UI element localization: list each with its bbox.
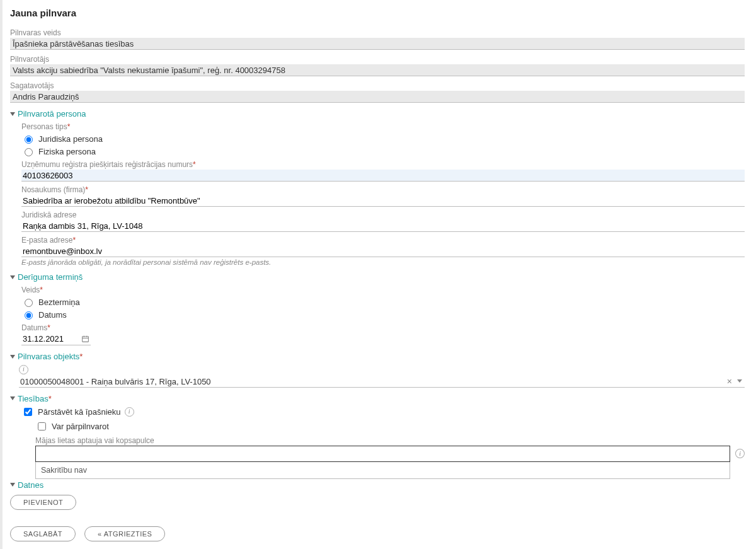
- info-icon[interactable]: i: [19, 365, 28, 374]
- pilnvarotajs-value: Valsts akciju sabiedrība "Valsts nekusta…: [10, 64, 745, 76]
- section-persona-title: Pilnvarotā persona: [18, 109, 86, 118]
- clear-icon[interactable]: ×: [724, 376, 735, 386]
- radio-datums-label: Datums: [38, 310, 67, 320]
- pilnvaras-veids-value: Īpašnieka pārstāvēšanas tiesības: [10, 38, 745, 50]
- svg-rect-0: [82, 337, 88, 342]
- epasts-hint: E-pasts jānorāda obligāti, ja norādītai …: [21, 258, 745, 266]
- section-objekts-title: Pilnvaras objekts: [18, 352, 79, 361]
- check-parpilnvarot[interactable]: Var pārpilnvarot: [35, 420, 745, 432]
- regnr-label: Uzņēmumu reģistra piešķirtais reģistrāci…: [21, 160, 193, 169]
- section-tiesibas-header[interactable]: Tiesības*: [10, 394, 745, 403]
- radio-fiziska-label: Fiziska persona: [38, 147, 96, 156]
- radio-juridiska-label: Juridiska persona: [38, 134, 103, 144]
- chevron-down-icon: [10, 112, 15, 116]
- section-objekts-header[interactable]: Pilnvaras objekts*: [10, 352, 745, 361]
- datums-input[interactable]: [23, 333, 81, 345]
- epasts-input[interactable]: [21, 245, 745, 257]
- back-button[interactable]: « Atgriezties: [84, 526, 165, 541]
- radio-fiziska-input[interactable]: [25, 148, 33, 156]
- section-termins-title: Derīguma termiņš: [18, 272, 83, 282]
- check-parstavet-label: Pārstāvēt kā īpašnieku: [38, 407, 121, 417]
- pilnvaras-veids-label: Pilnvaras veids: [10, 28, 745, 38]
- chevron-down-icon: [10, 355, 15, 359]
- regnr-input[interactable]: [21, 170, 745, 182]
- pievienot-button[interactable]: Pievienot: [10, 495, 76, 510]
- section-datnes-header[interactable]: Datnes: [10, 480, 745, 490]
- majas-lietas-label: Mājas lietas aptauja vai kopsapulce: [35, 436, 745, 445]
- page-title: Jauna pilnvara: [10, 8, 745, 18]
- datums-field[interactable]: [21, 333, 91, 345]
- section-tiesibas-title: Tiesības: [18, 394, 49, 403]
- check-parpilnvarot-input[interactable]: [38, 422, 46, 431]
- objekts-value: 01000050048001 - Raiņa bulvāris 17, Rīga…: [19, 376, 724, 387]
- chevron-down-icon: [10, 275, 15, 279]
- radio-beztermina[interactable]: Beztermiņa: [21, 297, 745, 307]
- radio-beztermina-input[interactable]: [25, 299, 33, 307]
- info-icon[interactable]: i: [735, 449, 745, 458]
- majas-lietas-nomatch: Sakritību nav: [35, 462, 730, 479]
- radio-juridiska-input[interactable]: [25, 136, 33, 144]
- epasts-label: E-pasta adrese: [21, 236, 72, 245]
- info-icon[interactable]: i: [125, 407, 134, 417]
- datums-label: Datums: [21, 323, 47, 332]
- nosaukums-label: Nosaukums (firma): [21, 185, 85, 194]
- check-parpilnvarot-label: Var pārpilnvarot: [52, 422, 109, 431]
- radio-datums[interactable]: Datums: [21, 309, 745, 320]
- calendar-icon[interactable]: [81, 335, 89, 344]
- section-persona-header[interactable]: Pilnvarotā persona: [10, 109, 745, 118]
- personas-tips-label: Personas tips: [21, 122, 67, 131]
- radio-fiziska[interactable]: Fiziska persona: [21, 146, 745, 156]
- adrese-label: Juridiskā adrese: [21, 211, 745, 219]
- pilnvarotajs-label: Pilnvarotājs: [10, 55, 745, 64]
- objekts-select[interactable]: 01000050048001 - Raiņa bulvāris 17, Rīga…: [19, 376, 745, 388]
- chevron-down-icon: [10, 483, 15, 487]
- sagatavotajs-value: Andris Paraudziņš: [10, 91, 745, 103]
- save-button[interactable]: Saglabāt: [10, 526, 76, 541]
- sagatavotajs-label: Sagatavotājs: [10, 81, 745, 91]
- radio-juridiska[interactable]: Juridiska persona: [21, 134, 745, 144]
- section-termins-header[interactable]: Derīguma termiņš: [10, 272, 745, 282]
- radio-datums-input[interactable]: [25, 311, 33, 320]
- nosaukums-input[interactable]: [21, 195, 745, 207]
- chevron-down-icon: [10, 396, 15, 400]
- radio-beztermina-label: Beztermiņa: [38, 298, 80, 307]
- section-datnes-title: Datnes: [18, 480, 43, 490]
- check-parstavet[interactable]: Pārstāvēt kā īpašnieku i: [21, 406, 745, 418]
- veids-label: Veids: [21, 286, 40, 294]
- adrese-input[interactable]: [21, 220, 745, 232]
- chevron-down-icon[interactable]: [737, 379, 742, 383]
- majas-lietas-input[interactable]: [35, 446, 730, 462]
- check-parstavet-input[interactable]: [24, 408, 32, 416]
